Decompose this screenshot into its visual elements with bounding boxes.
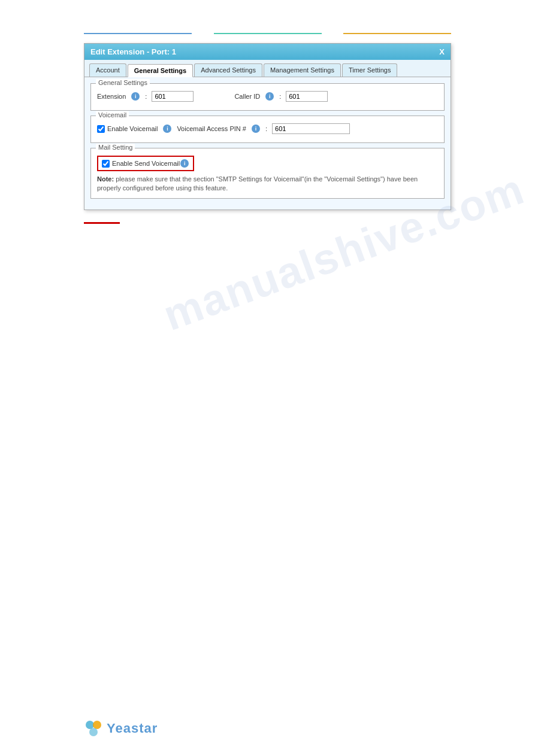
svg-point-2 [89, 728, 98, 736]
extension-label: Extension [97, 93, 126, 100]
enable-send-voicemail-highlight: Enable Send Voicemail i [97, 156, 194, 171]
enable-send-voicemail-text: Enable Send Voicemail [112, 160, 180, 167]
top-decorative-lines [0, 0, 535, 43]
voicemail-info-icon[interactable]: i [163, 125, 171, 133]
pin-input[interactable] [272, 123, 350, 134]
pin-label: Voicemail Access PIN # [177, 125, 246, 132]
note-prefix: Note: [97, 175, 114, 183]
mail-setting-legend: Mail Setting [96, 144, 135, 151]
yeastar-logo: Yeastar [84, 719, 158, 738]
caller-id-info-icon[interactable]: i [265, 92, 274, 101]
footer: Yeastar [84, 719, 158, 738]
svg-point-1 [93, 721, 101, 729]
note-body: please make sure that the section "SMTP … [97, 175, 418, 192]
dialog-body: General Settings Extension i : Caller ID… [84, 77, 451, 210]
tab-bar: Account General Settings Advanced Settin… [84, 60, 451, 77]
extension-info-icon[interactable]: i [131, 92, 140, 101]
tab-account[interactable]: Account [89, 63, 126, 77]
top-line-blue [84, 33, 192, 34]
enable-voicemail-label: Enable Voicemail [97, 125, 158, 133]
dialog-titlebar: Edit Extension - Port: 1 X [84, 44, 451, 60]
enable-send-voicemail-row: Enable Send Voicemail i [97, 156, 438, 171]
send-voicemail-info-icon[interactable]: i [180, 159, 189, 168]
enable-voicemail-text: Enable Voicemail [107, 125, 158, 132]
top-line-teal [214, 33, 322, 34]
enable-send-voicemail-label: Enable Send Voicemail [102, 160, 180, 168]
general-settings-legend: General Settings [96, 79, 150, 86]
general-settings-section: General Settings Extension i : Caller ID… [90, 83, 445, 111]
enable-send-voicemail-checkbox[interactable] [102, 160, 110, 168]
voicemail-legend: Voicemail [96, 111, 129, 119]
red-separator-line [84, 222, 120, 224]
tab-timer-settings[interactable]: Timer Settings [342, 63, 398, 77]
voicemail-section: Voicemail Enable Voicemail i Voicemail A… [90, 116, 445, 143]
tab-advanced-settings[interactable]: Advanced Settings [194, 63, 262, 77]
mail-setting-section: Mail Setting Enable Send Voicemail i Not… [90, 148, 445, 199]
caller-id-input[interactable] [286, 91, 328, 102]
tab-general-settings[interactable]: General Settings [128, 64, 193, 77]
voicemail-row: Enable Voicemail i Voicemail Access PIN … [97, 123, 438, 134]
svg-point-0 [86, 721, 94, 729]
top-line-yellow [343, 33, 451, 34]
enable-voicemail-checkbox[interactable] [97, 125, 105, 133]
edit-extension-dialog: Edit Extension - Port: 1 X Account Gener… [84, 43, 451, 210]
tab-management-settings[interactable]: Management Settings [264, 63, 341, 77]
yeastar-logo-icon [84, 719, 103, 738]
pin-info-icon[interactable]: i [252, 125, 260, 133]
extension-row: Extension i : Caller ID i : [97, 91, 438, 102]
yeastar-logo-text: Yeastar [107, 721, 158, 736]
caller-id-label: Caller ID [234, 93, 260, 100]
dialog-close-button[interactable]: X [439, 47, 445, 56]
extension-input[interactable] [152, 91, 194, 102]
note-text-block: Note: please make sure that the section … [97, 175, 438, 193]
dialog-title: Edit Extension - Port: 1 [90, 47, 176, 56]
